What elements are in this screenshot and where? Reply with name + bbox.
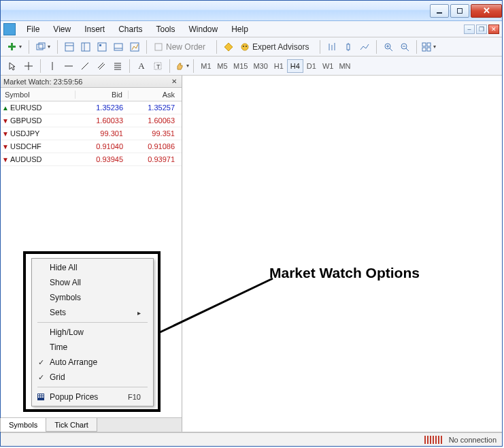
- col-bid[interactable]: Bid: [75, 91, 129, 99]
- context-menu-item[interactable]: ✓Auto Arrange: [32, 355, 153, 370]
- svg-text:T: T: [156, 63, 161, 70]
- context-menu-label: Sets: [50, 308, 137, 317]
- timeframe-h1[interactable]: H1: [271, 59, 287, 73]
- new-chart-button[interactable]: [5, 39, 24, 54]
- svg-line-41: [82, 63, 88, 69]
- channel-icon: [97, 61, 106, 71]
- menu-charts[interactable]: Charts: [112, 22, 149, 36]
- svg-rect-55: [40, 396, 41, 398]
- col-symbol[interactable]: Symbol: [1, 91, 75, 99]
- context-menu-item[interactable]: ✓Grid: [32, 370, 153, 385]
- menu-insert[interactable]: Insert: [78, 22, 112, 36]
- context-menu-label: Popup Prices: [50, 392, 128, 402]
- timeframe-m1[interactable]: M1: [198, 59, 214, 73]
- market-watch-row[interactable]: ▼USDCHF0.910400.91086: [1, 140, 182, 153]
- menu-file[interactable]: File: [20, 22, 46, 36]
- close-button[interactable]: ✕: [471, 4, 502, 18]
- indicator-button-1[interactable]: [324, 39, 339, 54]
- timeframe-d1[interactable]: D1: [303, 59, 320, 73]
- arrows-button[interactable]: [174, 59, 189, 74]
- timeframe-h4[interactable]: H4: [287, 59, 303, 73]
- tab-tick-chart[interactable]: Tick Chart: [46, 418, 97, 432]
- new-order-icon: [154, 42, 163, 52]
- svg-rect-51: [38, 394, 39, 396]
- hline-button[interactable]: [61, 59, 76, 74]
- new-order-button[interactable]: New Order: [151, 39, 212, 54]
- col-ask[interactable]: Ask: [129, 91, 182, 99]
- svg-rect-10: [99, 44, 101, 46]
- text-label-icon: T: [153, 61, 163, 71]
- mdi-minimize-button[interactable]: –: [464, 25, 475, 34]
- timeframe-m15[interactable]: M15: [231, 59, 250, 73]
- chart-workspace[interactable]: [182, 76, 502, 432]
- tile-button[interactable]: [421, 39, 436, 54]
- ask-cell: 99.351: [129, 129, 182, 138]
- strategy-tester-toggle[interactable]: [127, 39, 142, 54]
- menu-help[interactable]: Help: [224, 22, 255, 36]
- maximize-button[interactable]: [450, 4, 469, 18]
- arrow-down-icon: ▼: [1, 156, 10, 163]
- context-menu-item[interactable]: Popup PricesF10: [32, 389, 153, 404]
- market-watch-tabs: Symbols Tick Chart: [1, 417, 182, 432]
- menu-window[interactable]: Window: [182, 22, 225, 36]
- connection-icon: [424, 436, 442, 444]
- timeframe-m30[interactable]: M30: [250, 59, 270, 73]
- indicator-button-2[interactable]: [341, 39, 356, 54]
- timeframe-w1[interactable]: W1: [320, 59, 337, 73]
- navigator-icon: [97, 42, 107, 52]
- zoom-out-icon: [400, 42, 409, 52]
- market-watch-toggle[interactable]: [62, 39, 77, 54]
- close-x-icon: ✕: [483, 5, 490, 16]
- market-watch-row[interactable]: ▼GBPUSD1.600331.60063: [1, 114, 182, 127]
- navigator-toggle[interactable]: [95, 39, 110, 54]
- context-menu-item[interactable]: Hide All: [32, 260, 153, 275]
- context-menu-item[interactable]: Show All: [32, 275, 153, 290]
- channel-button[interactable]: [94, 59, 109, 74]
- fibo-button[interactable]: [110, 59, 125, 74]
- minimize-button[interactable]: [430, 4, 449, 18]
- bars-icon: [327, 42, 337, 52]
- crosshair-button[interactable]: [21, 59, 36, 74]
- timeframe-m5[interactable]: M5: [214, 59, 231, 73]
- menu-tools[interactable]: Tools: [150, 22, 182, 36]
- timeframe-mn[interactable]: MN: [336, 59, 353, 73]
- tester-icon: [130, 42, 139, 52]
- tab-symbols[interactable]: Symbols: [0, 418, 46, 432]
- profiles-button[interactable]: [33, 39, 53, 54]
- mdi-close-button[interactable]: ✕: [488, 25, 499, 34]
- data-window-toggle[interactable]: [78, 39, 93, 54]
- vline-button[interactable]: [45, 59, 60, 74]
- context-menu-item[interactable]: Sets: [32, 305, 153, 320]
- text-button[interactable]: A: [134, 59, 149, 74]
- terminal-toggle[interactable]: [111, 39, 126, 54]
- trendline-button[interactable]: [78, 59, 93, 74]
- bid-cell: 1.60033: [75, 116, 129, 125]
- diamond-icon: [224, 42, 233, 52]
- zoom-in-button[interactable]: [381, 39, 396, 54]
- context-menu-item[interactable]: High/Low: [32, 325, 153, 340]
- thumb-up-icon: [175, 61, 184, 71]
- market-watch-row[interactable]: ▲EURUSD1.352361.35257: [1, 101, 182, 114]
- cursor-button[interactable]: [5, 59, 20, 74]
- bid-cell: 0.91040: [75, 142, 129, 150]
- expert-advisors-button[interactable]: Expert Advisors: [237, 39, 316, 54]
- menu-view[interactable]: View: [46, 22, 78, 36]
- market-watch-row[interactable]: ▼USDJPY99.30199.351: [1, 127, 182, 140]
- svg-rect-4: [39, 43, 45, 48]
- metaquotes-button[interactable]: [221, 39, 236, 54]
- app-window: ✕ File View Insert Charts Tools Window H…: [0, 0, 503, 447]
- zoom-out-button[interactable]: [397, 39, 412, 54]
- svg-line-30: [406, 48, 409, 51]
- market-watch-close-button[interactable]: ✕: [169, 77, 179, 86]
- status-bar: No connection: [1, 432, 502, 446]
- indicator-button-3[interactable]: [357, 39, 372, 54]
- text-label-button[interactable]: T: [150, 59, 165, 74]
- context-menu-label: Grid: [50, 372, 141, 382]
- svg-rect-3: [37, 44, 43, 50]
- context-menu-separator: [37, 387, 148, 387]
- market-watch-row[interactable]: ▼AUDUSD0.939450.93971: [1, 153, 182, 166]
- vline-icon: [48, 61, 57, 71]
- context-menu-item[interactable]: Symbols: [32, 290, 153, 305]
- mdi-restore-button[interactable]: ❐: [476, 25, 487, 34]
- context-menu-item[interactable]: Time: [32, 340, 153, 355]
